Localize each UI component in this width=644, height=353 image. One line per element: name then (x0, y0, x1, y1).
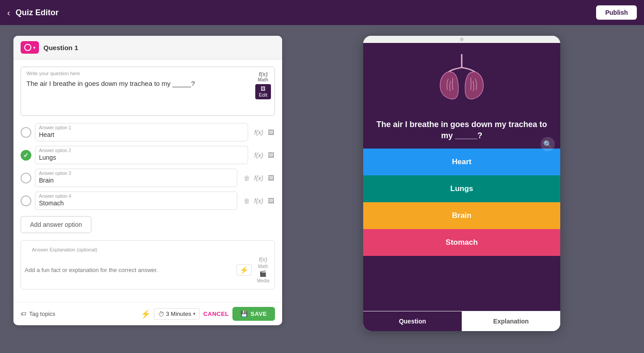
answer-option-3-input[interactable] (35, 176, 237, 187)
answer-option-1-wrap: Answer option 1 (35, 123, 248, 141)
quiz-answers: Heart Lungs Brain Stomach (363, 149, 560, 256)
media-icon: 🎬 (259, 270, 266, 277)
save-icon: 💾 (240, 310, 248, 317)
footer-left: 🏷 Tag topics (21, 310, 56, 317)
lightning-button[interactable]: ⚡ (236, 264, 252, 276)
editor-panel: ▾ Question 1 Write your question here f(… (13, 36, 282, 325)
fx-icon: f(x) (254, 197, 263, 204)
math-label: Math (258, 264, 268, 269)
preview-question-text: The air I breathe in goes down my trache… (363, 115, 560, 149)
fx-icon: f(x) (254, 129, 263, 136)
answer-option-2-input[interactable] (35, 153, 248, 164)
tablet-notch (363, 36, 560, 43)
explanation-fx-button[interactable]: f(x)Math (258, 256, 268, 269)
save-label: SAVE (251, 310, 267, 317)
tab-explanation[interactable]: Explanation (462, 311, 560, 331)
answer-options-list: Answer option 1 f(x) 🖼 Answer option 2 (21, 123, 275, 210)
edit-label: Edit (259, 92, 267, 98)
chevron-down-icon: ▾ (33, 45, 35, 50)
add-answer-button[interactable]: Add answer option (21, 216, 91, 233)
answer-radio-1[interactable] (21, 127, 31, 138)
explanation-label: Answer Explanation (optional) (26, 243, 103, 252)
tablet-tabs: Question Explanation (363, 311, 560, 331)
answer-radio-3[interactable] (21, 173, 31, 183)
answer-option-4-icons: 🗑 f(x) 🖼 (243, 196, 275, 205)
zoom-button[interactable]: 🔍 (541, 137, 555, 151)
explanation-input[interactable] (25, 267, 233, 273)
image-button-2[interactable]: 🖼 (267, 151, 275, 160)
question-input-actions: f(x) Math 🖼 Edit (255, 71, 271, 99)
answer-option-2-wrap: Answer option 2 (35, 146, 248, 164)
tag-topics-label: Tag topics (29, 310, 56, 317)
image-button-4[interactable]: 🖼 (267, 196, 275, 205)
quiz-card: 🔍 The air I breathe in goes down my trac… (363, 43, 560, 311)
explanation-media-button[interactable]: 🎬Media (257, 270, 269, 284)
timer-label: 3 Minutes (166, 310, 191, 317)
math-button[interactable]: f(x) Math (258, 71, 268, 82)
answer-option-row: Answer option 4 🗑 f(x) 🖼 (21, 191, 275, 210)
header-left: ‹ Quiz Editor (7, 8, 59, 18)
answer-option-row: Answer option 1 f(x) 🖼 (21, 123, 275, 141)
answer-option-4-wrap: Answer option 4 (35, 191, 237, 210)
explanation-section: Answer Explanation (optional) ⚡ f(x)Math… (21, 240, 275, 289)
explanation-body: ⚡ f(x)Math 🎬Media (21, 252, 275, 289)
answer-option-4-input[interactable] (35, 199, 237, 209)
question-type-button[interactable]: ▾ (21, 41, 39, 54)
chevron-down-icon: ▾ (193, 311, 196, 317)
answer-radio-2[interactable] (21, 150, 31, 161)
image-icon: 🖼 (268, 152, 274, 159)
question-number-label: Question 1 (43, 44, 78, 51)
delete-button-4[interactable]: 🗑 (243, 196, 251, 205)
answer-option-3-wrap: Answer option 3 (35, 169, 237, 187)
save-button[interactable]: 💾 SAVE (232, 307, 275, 321)
lightning-footer-icon: ⚡ (141, 309, 150, 319)
tag-topics-button[interactable]: 🏷 Tag topics (21, 310, 56, 317)
fx-button-2[interactable]: f(x) (253, 151, 264, 160)
image-button-1[interactable]: 🖼 (267, 128, 275, 137)
cancel-button[interactable]: CANCEL (203, 310, 229, 317)
fx-button-3[interactable]: f(x) (253, 174, 264, 183)
tablet-notch-dot (460, 38, 464, 41)
lungs-illustration (435, 52, 489, 106)
fx-icon: f(x) (254, 174, 263, 182)
preview-answer-lungs[interactable]: Lungs (363, 175, 560, 202)
question-input-container: Write your question here f(x) Math 🖼 Edi… (21, 67, 275, 116)
quiz-image-area (363, 43, 560, 115)
editor-header: ▾ Question 1 (13, 36, 282, 60)
answer-option-1-label: Answer option 1 (35, 123, 248, 130)
media-label: Media (257, 278, 269, 283)
delete-button-3[interactable]: 🗑 (243, 174, 251, 183)
edit-image-button[interactable]: 🖼 Edit (255, 84, 271, 99)
math-label: Math (258, 77, 268, 82)
timer-select[interactable]: ⏱ 3 Minutes ▾ (154, 308, 200, 320)
back-button[interactable]: ‹ (7, 8, 10, 18)
app-header: ‹ Quiz Editor Publish (0, 0, 644, 25)
answer-radio-4[interactable] (21, 196, 31, 206)
fx-icon: f(x) (258, 71, 268, 77)
tablet-frame: 🔍 The air I breathe in goes down my trac… (363, 36, 560, 331)
image-button-3[interactable]: 🖼 (267, 174, 275, 183)
answer-option-1-icons: f(x) 🖼 (253, 128, 275, 137)
fx-icon: f(x) (259, 256, 267, 263)
publish-button[interactable]: Publish (596, 5, 637, 20)
answer-option-3-label: Answer option 3 (35, 169, 237, 176)
preview-answer-brain[interactable]: Brain (363, 202, 560, 229)
fx-button-4[interactable]: f(x) (253, 196, 264, 205)
fx-button-1[interactable]: f(x) (253, 128, 264, 137)
preview-panel: 🔍 The air I breathe in goes down my trac… (293, 36, 631, 331)
page-title: Quiz Editor (16, 8, 59, 17)
image-icon: 🖼 (261, 86, 266, 91)
answer-option-3-icons: 🗑 f(x) 🖼 (243, 174, 275, 183)
tab-question[interactable]: Question (363, 311, 462, 331)
editor-body: Write your question here f(x) Math 🖼 Edi… (13, 60, 282, 302)
preview-answer-heart[interactable]: Heart (363, 149, 560, 175)
preview-answer-stomach[interactable]: Stomach (363, 229, 560, 256)
image-icon: 🖼 (268, 197, 274, 204)
question-type-icon (24, 44, 31, 51)
question-input[interactable] (21, 78, 275, 114)
fx-icon: f(x) (254, 152, 263, 159)
answer-option-row: Answer option 3 🗑 f(x) 🖼 (21, 169, 275, 187)
image-icon: 🖼 (268, 174, 274, 182)
answer-option-1-input[interactable] (35, 130, 248, 141)
answer-option-2-label: Answer option 2 (35, 146, 248, 153)
